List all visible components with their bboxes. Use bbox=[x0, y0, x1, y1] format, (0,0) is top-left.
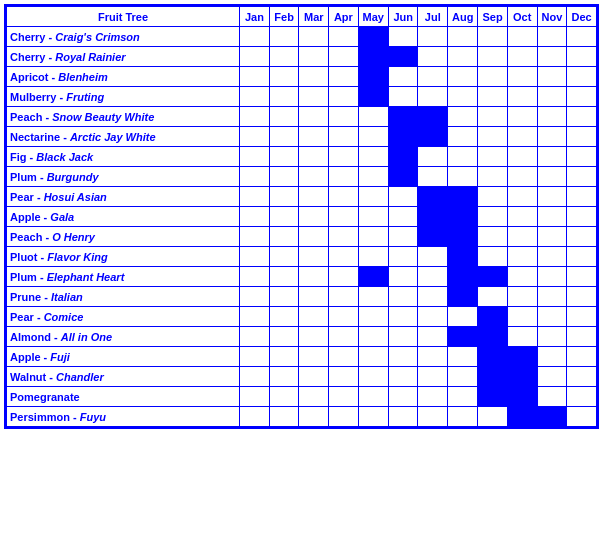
fruit-variety: Arctic Jay White bbox=[70, 131, 156, 143]
month-cell bbox=[478, 187, 508, 207]
month-cell bbox=[358, 27, 388, 47]
month-cell bbox=[507, 327, 537, 347]
month-cell bbox=[388, 267, 418, 287]
month-cell bbox=[537, 167, 567, 187]
month-cell bbox=[448, 47, 478, 67]
month-cell bbox=[507, 367, 537, 387]
month-cell bbox=[329, 407, 359, 427]
month-cell bbox=[329, 287, 359, 307]
fruit-variety: Comice bbox=[44, 311, 84, 323]
fruit-type: Prune - bbox=[10, 291, 51, 303]
month-cell bbox=[299, 387, 329, 407]
month-cell bbox=[329, 27, 359, 47]
month-cell bbox=[329, 67, 359, 87]
month-cell bbox=[388, 387, 418, 407]
month-cell bbox=[507, 107, 537, 127]
month-cell bbox=[299, 167, 329, 187]
fruit-type: Cherry - bbox=[10, 51, 55, 63]
month-cell bbox=[448, 107, 478, 127]
month-cell bbox=[240, 207, 270, 227]
month-cell bbox=[358, 187, 388, 207]
fruit-name-cell: Apple - Fuji bbox=[7, 347, 240, 367]
fruit-variety: Elephant Heart bbox=[47, 271, 125, 283]
month-cell bbox=[478, 147, 508, 167]
month-cell bbox=[358, 287, 388, 307]
month-cell bbox=[537, 347, 567, 367]
month-cell bbox=[507, 407, 537, 427]
fruit-variety: Black Jack bbox=[36, 151, 93, 163]
month-cell bbox=[358, 147, 388, 167]
month-cell bbox=[358, 127, 388, 147]
month-cell bbox=[448, 127, 478, 147]
table-row: Cherry - Craig's Crimson bbox=[7, 27, 597, 47]
month-cell bbox=[388, 287, 418, 307]
month-cell bbox=[567, 247, 597, 267]
month-cell bbox=[537, 367, 567, 387]
month-cell bbox=[478, 167, 508, 187]
month-cell bbox=[507, 47, 537, 67]
month-cell bbox=[448, 327, 478, 347]
fruit-type: Apple - bbox=[10, 211, 50, 223]
table-row: Apricot - Blenheim bbox=[7, 67, 597, 87]
col-header-apr: Apr bbox=[329, 7, 359, 27]
fruit-name-cell: Cherry - Royal Rainier bbox=[7, 47, 240, 67]
month-cell bbox=[388, 227, 418, 247]
month-cell bbox=[448, 67, 478, 87]
month-cell bbox=[537, 207, 567, 227]
table-row: Pomegranate bbox=[7, 387, 597, 407]
month-cell bbox=[478, 267, 508, 287]
month-cell bbox=[269, 367, 299, 387]
month-cell bbox=[240, 387, 270, 407]
fruit-name-cell: Fig - Black Jack bbox=[7, 147, 240, 167]
month-cell bbox=[418, 27, 448, 47]
month-cell bbox=[478, 247, 508, 267]
fruit-name-cell: Apricot - Blenheim bbox=[7, 67, 240, 87]
month-cell bbox=[478, 327, 508, 347]
col-header-nov: Nov bbox=[537, 7, 567, 27]
month-cell bbox=[299, 27, 329, 47]
month-cell bbox=[299, 127, 329, 147]
month-cell bbox=[240, 187, 270, 207]
month-cell bbox=[240, 347, 270, 367]
month-cell bbox=[567, 87, 597, 107]
month-cell bbox=[299, 187, 329, 207]
month-cell bbox=[299, 147, 329, 167]
month-cell bbox=[418, 167, 448, 187]
month-cell bbox=[329, 207, 359, 227]
month-cell bbox=[269, 87, 299, 107]
month-cell bbox=[240, 247, 270, 267]
col-header-jul: Jul bbox=[418, 7, 448, 27]
fruit-name-cell: Pear - Hosui Asian bbox=[7, 187, 240, 207]
month-cell bbox=[507, 287, 537, 307]
table-row: Pear - Comice bbox=[7, 307, 597, 327]
table-row: Peach - Snow Beauty White bbox=[7, 107, 597, 127]
fruit-type: Pomegranate bbox=[10, 391, 80, 403]
month-cell bbox=[358, 407, 388, 427]
month-cell bbox=[240, 147, 270, 167]
month-cell bbox=[388, 207, 418, 227]
month-cell bbox=[418, 147, 448, 167]
fruit-type: Persimmon - bbox=[10, 411, 80, 423]
table-row: Cherry - Royal Rainier bbox=[7, 47, 597, 67]
fruit-variety: Fuji bbox=[50, 351, 70, 363]
fruit-variety: Burgundy bbox=[47, 171, 99, 183]
month-cell bbox=[418, 87, 448, 107]
month-cell bbox=[537, 267, 567, 287]
month-cell bbox=[329, 327, 359, 347]
chart-container: Fruit Tree Jan Feb Mar Apr May Jun Jul A… bbox=[4, 4, 599, 429]
table-row: Peach - O Henry bbox=[7, 227, 597, 247]
month-cell bbox=[418, 347, 448, 367]
month-cell bbox=[418, 367, 448, 387]
month-cell bbox=[448, 27, 478, 47]
fruit-type: Cherry - bbox=[10, 31, 55, 43]
month-cell bbox=[329, 227, 359, 247]
fruit-name-cell: Prune - Italian bbox=[7, 287, 240, 307]
fruit-type: Pear - bbox=[10, 191, 44, 203]
month-cell bbox=[329, 247, 359, 267]
fruit-chart: Fruit Tree Jan Feb Mar Apr May Jun Jul A… bbox=[6, 6, 597, 427]
month-cell bbox=[358, 387, 388, 407]
fruit-type: Peach - bbox=[10, 111, 52, 123]
month-cell bbox=[537, 247, 567, 267]
month-cell bbox=[358, 347, 388, 367]
month-cell bbox=[269, 407, 299, 427]
